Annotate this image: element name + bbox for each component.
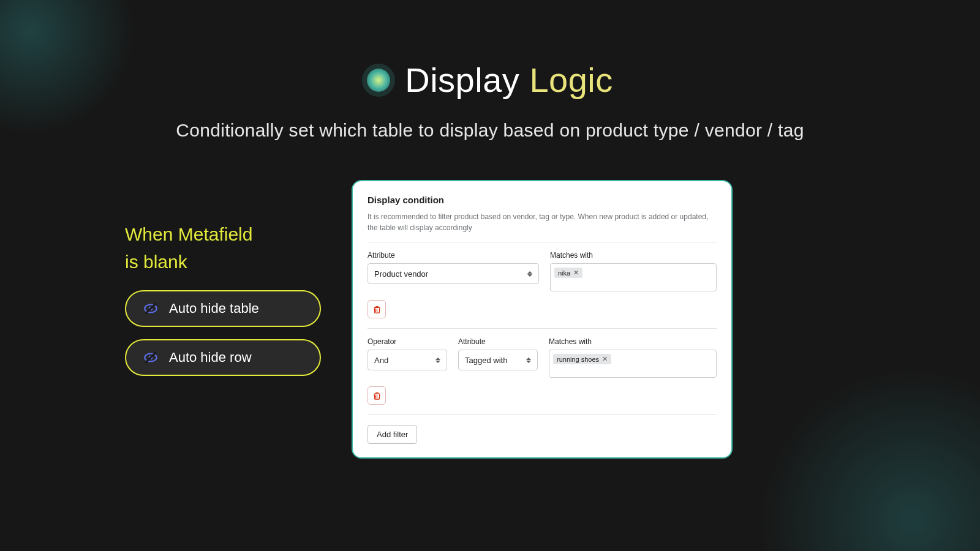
tag-text: running shoes xyxy=(557,356,599,363)
remove-tag-icon[interactable]: ✕ xyxy=(602,355,608,363)
title-accent: Logic xyxy=(529,61,612,99)
chevron-updown-icon xyxy=(526,356,532,364)
matches-field-2: Matches with running shoes ✕ xyxy=(549,337,717,378)
chevron-updown-icon xyxy=(527,269,533,278)
card-title: Display condition xyxy=(368,195,717,205)
add-filter-row: Add filter xyxy=(368,415,717,444)
eye-slash-icon xyxy=(142,349,159,366)
delete-filter-button[interactable] xyxy=(368,386,386,405)
auto-hide-table-label: Auto hide table xyxy=(169,301,259,317)
filter-row-2: Operator And Attribute Tagged with Match… xyxy=(368,329,717,378)
page-title: Display Logic xyxy=(405,60,613,100)
title-main: Display xyxy=(405,61,519,99)
matches-input-2[interactable]: running shoes ✕ xyxy=(549,350,717,378)
operator-label: Operator xyxy=(368,337,447,346)
matches-input[interactable]: nika ✕ xyxy=(550,263,717,291)
tag-chip: running shoes ✕ xyxy=(553,354,611,364)
attribute-select[interactable]: Product vendor xyxy=(368,263,539,284)
tag-chip: nika ✕ xyxy=(554,268,582,278)
delete-filter-button[interactable] xyxy=(368,300,386,318)
card-description: It is recommended to filter product base… xyxy=(368,211,717,233)
page-subtitle: Conditionally set which table to display… xyxy=(0,117,980,144)
display-condition-card: Display condition It is recommended to f… xyxy=(352,180,733,459)
eye-slash-icon xyxy=(142,300,159,317)
attribute-label-2: Attribute xyxy=(458,337,538,346)
operator-field: Operator And xyxy=(368,337,447,378)
delete-row-1 xyxy=(368,291,717,329)
attribute-field: Attribute Product vendor xyxy=(368,251,539,291)
header: Display Logic Conditionally set which ta… xyxy=(0,0,980,144)
matches-label: Matches with xyxy=(550,251,717,260)
matches-field: Matches with nika ✕ xyxy=(550,251,717,291)
attribute-value: Product vendor xyxy=(374,269,428,279)
operator-select[interactable]: And xyxy=(368,350,447,370)
filter-row-1: Attribute Product vendor Matches with ni… xyxy=(368,242,717,291)
add-filter-button[interactable]: Add filter xyxy=(368,425,417,444)
tag-text: nika xyxy=(558,269,570,277)
operator-value: And xyxy=(374,356,388,365)
attribute-value-2: Tagged with xyxy=(465,356,507,365)
auto-hide-row-label: Auto hide row xyxy=(169,350,252,365)
auto-hide-table-button[interactable]: Auto hide table xyxy=(125,290,321,327)
matches-label-2: Matches with xyxy=(549,337,717,346)
left-heading: When Metafield is blank xyxy=(125,220,333,276)
title-dot-icon xyxy=(367,69,390,92)
attribute-select-2[interactable]: Tagged with xyxy=(458,350,538,370)
remove-tag-icon[interactable]: ✕ xyxy=(573,269,579,277)
chevron-updown-icon xyxy=(435,356,442,364)
delete-row-2 xyxy=(368,378,717,415)
attribute-label: Attribute xyxy=(368,251,539,260)
left-panel: When Metafield is blank Auto hide table … xyxy=(125,220,333,388)
left-heading-line2: is blank xyxy=(125,248,333,276)
left-heading-line1: When Metafield xyxy=(125,220,333,248)
trash-icon xyxy=(372,391,382,400)
background-glow-bottom-right xyxy=(760,367,980,551)
attribute-field-2: Attribute Tagged with xyxy=(458,337,538,378)
title-row: Display Logic xyxy=(0,60,980,100)
trash-icon xyxy=(372,305,382,314)
auto-hide-row-button[interactable]: Auto hide row xyxy=(125,339,321,376)
